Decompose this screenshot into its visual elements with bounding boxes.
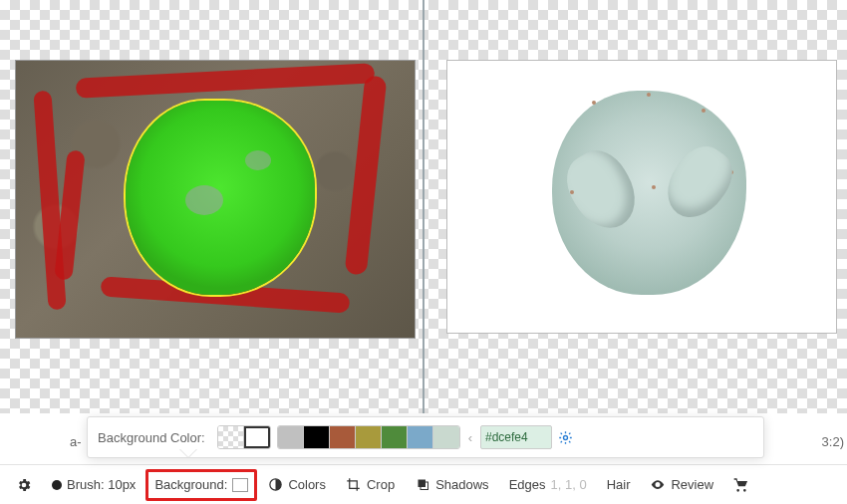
edges-values: 1, 1, 0 bbox=[551, 477, 587, 492]
shadow-icon bbox=[415, 477, 430, 493]
swatch-group-basic bbox=[217, 425, 271, 449]
svg-point-0 bbox=[564, 435, 568, 439]
colors-label: Colors bbox=[288, 477, 326, 492]
background-color-popup: Background Color: ‹ bbox=[87, 416, 764, 458]
background-swatch-icon bbox=[232, 478, 248, 492]
crop-label: Crop bbox=[367, 477, 395, 492]
cart-icon bbox=[733, 477, 749, 493]
separator: ‹ bbox=[466, 430, 474, 445]
aspect-ratio-label: 3:2) bbox=[822, 434, 844, 449]
colors-button[interactable]: Colors bbox=[257, 469, 336, 501]
edges-button[interactable]: Edges 1, 1, 0 bbox=[499, 469, 597, 501]
svg-rect-2 bbox=[418, 480, 425, 488]
background-mark bbox=[76, 63, 376, 99]
filename-prefix: a- bbox=[70, 434, 82, 449]
brush-label: Brush: 10px bbox=[67, 477, 136, 492]
review-label: Review bbox=[671, 477, 713, 492]
background-mark bbox=[345, 75, 388, 275]
svg-point-4 bbox=[657, 483, 659, 485]
edges-label: Edges bbox=[509, 477, 546, 492]
crop-button[interactable]: Crop bbox=[336, 469, 405, 501]
source-pane[interactable] bbox=[0, 0, 423, 413]
swatch-group-colors bbox=[277, 425, 460, 449]
swatch-olive[interactable] bbox=[356, 426, 382, 448]
source-image[interactable] bbox=[15, 60, 416, 339]
shadows-button[interactable]: Shadows bbox=[405, 469, 498, 501]
swatch-blue[interactable] bbox=[408, 426, 433, 448]
swatch-gray[interactable] bbox=[278, 426, 304, 448]
cart-button[interactable] bbox=[723, 469, 759, 501]
brush-dot-icon bbox=[52, 480, 62, 490]
background-button[interactable]: Background: bbox=[145, 469, 257, 501]
contrast-icon bbox=[267, 477, 283, 493]
hex-color-input[interactable] bbox=[480, 425, 552, 449]
swatch-brown[interactable] bbox=[330, 426, 356, 448]
toolbar: Brush: 10px Background: Colors Crop Shad… bbox=[0, 464, 847, 504]
workspace bbox=[0, 0, 847, 413]
cutout-subject bbox=[552, 91, 746, 295]
swatch-white[interactable] bbox=[244, 426, 270, 448]
review-button[interactable]: Review bbox=[640, 469, 723, 501]
color-settings-icon[interactable] bbox=[558, 430, 573, 445]
swatch-sage[interactable] bbox=[433, 426, 459, 448]
hair-button[interactable]: Hair bbox=[597, 469, 641, 501]
crop-icon bbox=[346, 477, 362, 493]
settings-button[interactable] bbox=[6, 469, 42, 501]
gear-icon bbox=[16, 477, 32, 493]
brush-size-button[interactable]: Brush: 10px bbox=[42, 469, 145, 501]
background-label: Background: bbox=[154, 477, 227, 492]
swatch-black[interactable] bbox=[304, 426, 330, 448]
swatch-transparent[interactable] bbox=[218, 426, 244, 448]
shadows-label: Shadows bbox=[435, 477, 488, 492]
eye-icon bbox=[650, 477, 666, 493]
result-image bbox=[446, 60, 837, 334]
foreground-mark bbox=[126, 101, 315, 295]
hair-label: Hair bbox=[607, 477, 631, 492]
popup-title: Background Color: bbox=[98, 430, 205, 445]
swatch-green[interactable] bbox=[382, 426, 408, 448]
result-pane[interactable] bbox=[424, 0, 847, 413]
